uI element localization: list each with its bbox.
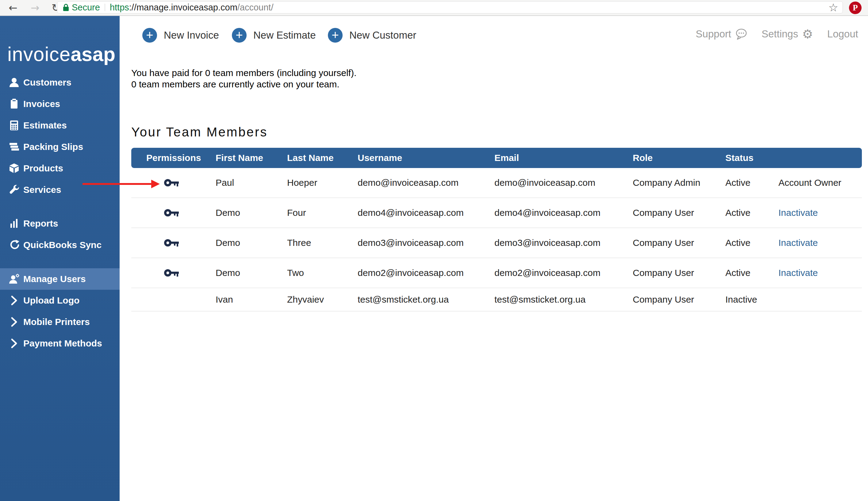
sidebar-item-mobile-printers[interactable]: Mobile Printers — [0, 311, 120, 333]
cell-email: demo2@invoiceasap.com — [495, 268, 633, 278]
cell-email: test@smsticket.org.ua — [495, 294, 633, 305]
sidebar-item-label: Invoices — [23, 99, 60, 109]
cell-email: demo@invoiceasap.com — [495, 178, 633, 188]
col-last-name: Last Name — [287, 153, 358, 163]
url-scheme: https — [110, 2, 129, 12]
sidebar-item-reports[interactable]: Reports — [0, 213, 120, 234]
cell-first-name: Demo — [215, 238, 287, 248]
new-customer-label: New Customer — [349, 30, 416, 41]
cell-username: demo2@invoiceasap.com — [358, 268, 495, 278]
col-first-name: First Name — [215, 153, 287, 163]
cell-role: Company User — [633, 268, 726, 278]
bookmark-star-icon[interactable]: ☆ — [828, 1, 838, 14]
team-summary-line2: 0 team members are currently active on y… — [131, 78, 357, 90]
url-text: https://manage.invoiceasap.com/account/ — [110, 2, 274, 13]
inactivate-link[interactable]: Inactivate — [779, 268, 862, 278]
sidebar-item-label: QuickBooks Sync — [23, 240, 102, 250]
sidebar-item-packing-slips[interactable]: Packing Slips — [0, 136, 120, 158]
wrench-icon — [9, 184, 23, 195]
sidebar-item-label: Upload Logo — [23, 295, 80, 306]
browser-back-icon[interactable]: ← — [9, 1, 18, 15]
sidebar: invoiceasap Customers Invoices Estima — [0, 16, 120, 501]
cell-email: demo4@invoiceasap.com — [495, 207, 633, 218]
cell-username: demo@invoiceasap.com — [358, 178, 495, 188]
person-icon — [9, 77, 23, 88]
new-estimate-button[interactable]: + New Estimate — [232, 28, 316, 43]
sidebar-item-payment-methods[interactable]: Payment Methods — [0, 333, 120, 354]
cell-role: Company User — [633, 207, 726, 218]
box-icon — [9, 163, 23, 174]
col-email: Email — [495, 153, 633, 163]
cell-first-name: Demo — [215, 207, 287, 218]
sidebar-nav: Customers Invoices Estimates Packin — [0, 72, 120, 354]
address-bar[interactable]: Secure https://manage.invoiceasap.com/ac… — [57, 1, 843, 13]
sidebar-item-label: Payment Methods — [23, 338, 102, 349]
team-summary: You have paid for 0 team members (includ… — [131, 67, 357, 90]
sync-icon — [9, 239, 23, 250]
new-customer-button[interactable]: + New Customer — [328, 28, 416, 43]
inactivate-link[interactable]: Inactivate — [779, 207, 862, 218]
inactivate-link[interactable]: Inactivate — [779, 238, 862, 248]
cell-status: Active — [726, 238, 779, 248]
table-row: Paul Hoeper demo@invoiceasap.com demo@in… — [131, 168, 862, 198]
page: ← → ↻ Secure https://manage.invoiceasap.… — [0, 0, 868, 501]
logout-button[interactable]: Logout — [827, 28, 858, 40]
sidebar-item-estimates[interactable]: Estimates — [0, 115, 120, 136]
permissions-key-icon[interactable] — [164, 208, 215, 217]
browser-forward-icon[interactable]: → — [31, 1, 40, 15]
settings-button[interactable]: Settings ⚙ — [762, 28, 813, 40]
sidebar-group-gap — [0, 201, 120, 213]
cell-role: Company Admin — [633, 178, 726, 188]
gear-icon: ⚙ — [802, 28, 813, 40]
new-estimate-label: New Estimate — [253, 30, 316, 41]
plus-icon: + — [328, 28, 342, 43]
section-title: Your Team Members — [131, 125, 268, 139]
chat-bubble-icon — [735, 28, 748, 40]
sidebar-item-customers[interactable]: Customers — [0, 72, 120, 93]
table-row: Demo Three demo3@invoiceasap.com demo3@i… — [131, 228, 862, 258]
cell-first-name: Ivan — [215, 294, 287, 305]
plus-icon: + — [142, 28, 157, 43]
sidebar-item-label: Customers — [23, 77, 72, 88]
sidebar-item-invoices[interactable]: Invoices — [0, 93, 120, 115]
chevron-right-icon — [9, 338, 23, 349]
pinterest-extension-icon[interactable]: P — [849, 1, 861, 14]
app-logo[interactable]: invoiceasap — [7, 43, 115, 66]
cell-username: demo3@invoiceasap.com — [358, 238, 495, 248]
secure-lock-icon — [63, 3, 69, 12]
omnibox-separator — [105, 4, 105, 11]
col-role: Role — [633, 153, 726, 163]
secure-label: Secure — [72, 2, 100, 13]
stacked-slips-icon — [9, 141, 23, 152]
logo-asap: asap — [71, 43, 115, 65]
table-row: Demo Four demo4@invoiceasap.com demo4@in… — [131, 198, 862, 228]
calculator-icon — [9, 120, 23, 131]
user-gear-icon — [9, 274, 23, 285]
url-host: ://manage.invoiceasap.com — [129, 2, 237, 12]
sidebar-item-label: Products — [23, 163, 63, 173]
sidebar-item-services[interactable]: Services — [0, 179, 120, 201]
chevron-right-icon — [9, 295, 23, 306]
browser-toolbar: ← → ↻ Secure https://manage.invoiceasap.… — [0, 0, 868, 16]
permissions-key-icon[interactable] — [164, 238, 215, 247]
sidebar-item-label: Services — [23, 184, 61, 195]
cell-status: Active — [726, 207, 779, 218]
annotation-arrow-head — [151, 180, 160, 188]
permissions-key-icon[interactable] — [164, 178, 215, 187]
sidebar-item-upload-logo[interactable]: Upload Logo — [0, 290, 120, 311]
sidebar-item-products[interactable]: Products — [0, 158, 120, 179]
sidebar-item-label: Estimates — [23, 120, 67, 131]
new-invoice-button[interactable]: + New Invoice — [142, 28, 219, 43]
clipboard-icon — [9, 98, 23, 109]
bar-chart-icon — [9, 218, 23, 229]
sidebar-item-quickbooks-sync[interactable]: QuickBooks Sync — [0, 234, 120, 256]
support-button[interactable]: Support — [696, 28, 748, 40]
team-summary-line1: You have paid for 0 team members (includ… — [131, 67, 357, 78]
cell-last-name: Two — [287, 268, 358, 278]
sidebar-item-manage-users[interactable]: Manage Users — [0, 268, 120, 290]
support-label: Support — [696, 28, 731, 40]
permissions-key-icon[interactable] — [164, 268, 215, 277]
cell-username: test@smsticket.org.ua — [358, 294, 495, 305]
url-path: /account/ — [237, 2, 274, 12]
cell-status: Active — [726, 178, 779, 188]
